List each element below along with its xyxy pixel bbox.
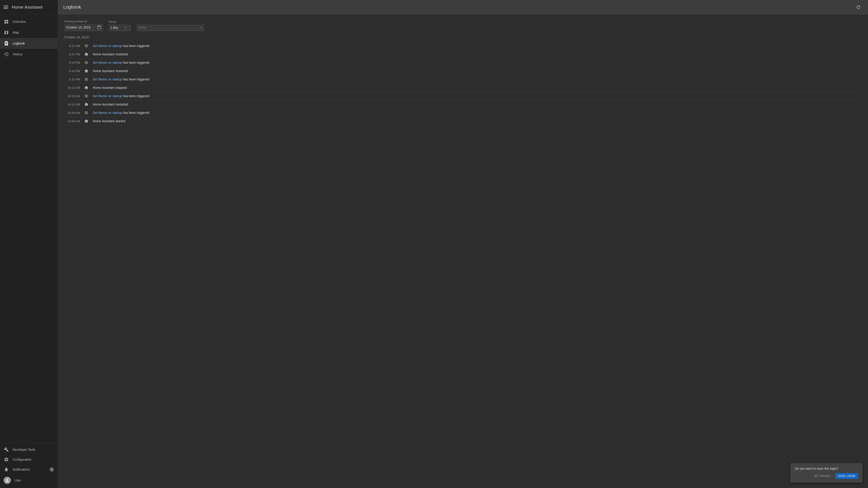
log-text: Set theme on startup has been triggered xyxy=(93,111,149,115)
log-text: Home Assistant started xyxy=(93,119,125,123)
sidebar-item-developer-tools-label: Developer Tools xyxy=(13,448,35,451)
log-entry-4: 5:33 PM Set theme on startup has been tr… xyxy=(64,75,862,84)
ha-icon xyxy=(84,119,89,124)
log-time: 10:09 AM xyxy=(64,111,80,115)
automation-icon xyxy=(84,93,89,99)
sidebar-item-overview[interactable]: Overview xyxy=(0,16,58,27)
period-select-wrapper: 1 day 3 days 1 week 1 month xyxy=(108,24,131,31)
save-login-toast: Do you want to save this login? NO THANK… xyxy=(790,463,863,483)
sidebar-item-notifications[interactable]: Notifications 1 xyxy=(0,464,58,475)
toast-text: Do you want to save this login? xyxy=(795,467,858,470)
log-time: 5:33 PM xyxy=(64,61,80,64)
menu-icon[interactable] xyxy=(3,5,9,10)
sidebar-header: Home Assistant xyxy=(0,0,58,14)
date-input[interactable] xyxy=(66,26,95,29)
sidebar-item-overview-label: Overview xyxy=(13,20,26,24)
sidebar-item-history[interactable]: History xyxy=(0,49,58,60)
gear-icon xyxy=(4,457,9,462)
ha-icon xyxy=(84,85,89,90)
date-input-wrapper xyxy=(64,24,103,31)
log-entry-6: 10:10 AM Set theme on startup has been t… xyxy=(64,92,862,100)
log-entry-1: 5:42 PM Home Assistant restarted xyxy=(64,50,862,59)
log-time: 5:42 PM xyxy=(64,53,80,56)
refresh-button[interactable] xyxy=(854,3,863,11)
entity-chevron-icon xyxy=(199,26,203,29)
main-content: Logbook Showing entries for Period xyxy=(58,0,868,488)
automation-icon xyxy=(84,76,89,82)
entity-input[interactable] xyxy=(138,26,197,29)
log-link[interactable]: Set theme on startup xyxy=(93,61,122,64)
sidebar-item-history-label: History xyxy=(13,53,23,56)
no-thanks-button[interactable]: NO THANKS xyxy=(811,473,833,479)
log-time: 5:33 PM xyxy=(64,78,80,81)
sidebar-nav: Overview Map Logbook xyxy=(0,14,58,443)
sidebar-item-notifications-label: Notifications xyxy=(13,468,30,471)
log-text: Set theme on startup has been triggered xyxy=(93,94,149,98)
log-text: Home Assistant stopped xyxy=(93,86,127,90)
sidebar-item-logbook[interactable]: Logbook xyxy=(0,38,58,49)
logbook-icon xyxy=(4,41,9,46)
chevron-down-icon xyxy=(124,26,127,29)
sidebar-item-user[interactable]: User xyxy=(0,475,58,486)
log-entry-0: 5:42 PM Set theme on startup has been tr… xyxy=(64,42,862,50)
sidebar-item-configuration-label: Configuration xyxy=(13,458,31,461)
log-time: 5:33 PM xyxy=(64,69,80,73)
wrench-icon xyxy=(4,447,9,452)
automation-icon xyxy=(84,110,89,116)
period-filter-group: Period 1 day 3 days 1 week 1 month xyxy=(108,20,131,31)
log-entry-8: 10:09 AM Set theme on startup has been t… xyxy=(64,109,862,117)
log-link[interactable]: Set theme on startup xyxy=(93,111,122,115)
ha-icon xyxy=(84,102,89,107)
history-icon xyxy=(4,52,9,57)
log-time: 10:14 AM xyxy=(64,86,80,90)
log-time: 10:09 AM xyxy=(64,120,80,123)
sidebar-bottom: Developer Tools Configuration Notificati… xyxy=(0,443,58,488)
sidebar-item-logbook-label: Logbook xyxy=(13,41,25,45)
logbook-content: Showing entries for Period 1 day 3 days … xyxy=(58,14,868,488)
page-title: Logbook xyxy=(63,4,81,10)
notification-badge: 1 xyxy=(50,467,54,472)
log-time: 10:10 AM xyxy=(64,103,80,106)
sidebar-item-developer-tools[interactable]: Developer Tools xyxy=(0,445,58,455)
period-select[interactable]: 1 day 3 days 1 week 1 month xyxy=(110,26,122,29)
sidebar-item-map-label: Map xyxy=(13,31,19,34)
toast-actions: NO THANKS SAVE LOGIN xyxy=(795,473,858,479)
ha-icon xyxy=(84,52,89,57)
log-time: 10:10 AM xyxy=(64,94,80,98)
date-section-header: October 14, 2019 xyxy=(64,35,862,39)
calendar-icon xyxy=(97,25,101,29)
log-text: Home Assistant restarted xyxy=(93,69,128,73)
sidebar: Home Assistant Overview Map xyxy=(0,0,58,488)
log-link[interactable]: Set theme on startup xyxy=(93,44,122,48)
log-text: Set theme on startup has been triggered xyxy=(93,61,149,64)
automation-icon xyxy=(84,43,89,48)
showing-label: Showing entries for xyxy=(64,20,103,23)
sidebar-item-map[interactable]: Map xyxy=(0,27,58,38)
entity-input-wrapper xyxy=(136,24,204,31)
log-text: Set theme on startup has been triggered xyxy=(93,77,149,81)
log-text: Home Assistant restarted xyxy=(93,53,128,56)
log-text: Home Assistant restarted xyxy=(93,103,128,106)
log-link[interactable]: Set theme on startup xyxy=(93,94,122,98)
sidebar-item-configuration[interactable]: Configuration xyxy=(0,455,58,464)
log-entry-2: 5:33 PM Set theme on startup has been tr… xyxy=(64,59,862,67)
log-entry-9: 10:09 AM Home Assistant started xyxy=(64,117,862,125)
save-login-button[interactable]: SAVE LOGIN xyxy=(835,473,858,479)
app-title: Home Assistant xyxy=(12,5,42,10)
grid-icon xyxy=(4,19,9,24)
date-filter-group: Showing entries for xyxy=(64,20,103,31)
period-label: Period xyxy=(108,20,131,24)
topbar: Logbook xyxy=(58,0,868,14)
automation-icon xyxy=(84,60,89,65)
log-entries-list: 5:42 PM Set theme on startup has been tr… xyxy=(64,42,862,125)
bell-icon xyxy=(4,467,9,472)
log-text: Set theme on startup has been triggered xyxy=(93,44,149,48)
sidebar-item-user-label: User xyxy=(14,479,21,482)
map-icon xyxy=(4,30,9,35)
log-entry-5: 10:14 AM Home Assistant stopped xyxy=(64,84,862,92)
log-entry-3: 5:33 PM Home Assistant restarted xyxy=(64,67,862,75)
log-link[interactable]: Set theme on startup xyxy=(93,77,122,81)
ha-icon xyxy=(84,68,89,74)
log-time: 5:42 PM xyxy=(64,44,80,48)
entity-filter-group xyxy=(136,24,204,31)
